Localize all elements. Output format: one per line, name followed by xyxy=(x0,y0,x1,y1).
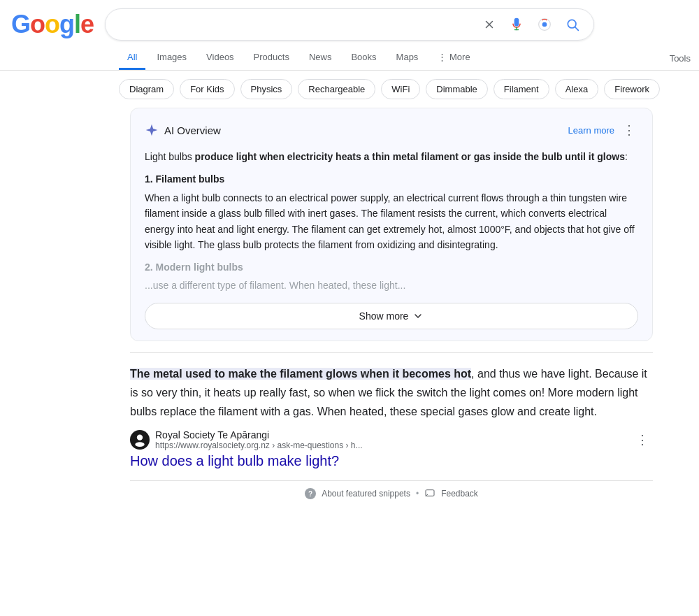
header: Google how do light bulbs work xyxy=(0,0,699,41)
learn-more-link[interactable]: Learn more xyxy=(568,125,614,136)
ai-section2-body: ...use a different type of filament. Whe… xyxy=(145,278,638,293)
ai-section2-title: 2. Modern light bulbs xyxy=(145,259,638,275)
tab-videos[interactable]: Videos xyxy=(198,46,243,70)
result-link[interactable]: How does a light bulb make light? xyxy=(130,453,339,468)
chevron-down-icon xyxy=(412,310,424,322)
about-snippets-link[interactable]: About featured snippets xyxy=(322,489,410,499)
main-content: AI Overview Learn more ⋮ Light bulbs pro… xyxy=(119,108,664,506)
help-icon: ? xyxy=(305,488,316,499)
chip-rechargeable[interactable]: Rechargeable xyxy=(298,79,375,99)
svg-line-5 xyxy=(575,27,579,31)
source-favicon xyxy=(130,430,150,450)
search-icons xyxy=(480,15,582,34)
source-url: https://www.royalsociety.org.nz › ask-me… xyxy=(155,440,626,450)
svg-marker-6 xyxy=(146,124,158,136)
google-logo: Google xyxy=(11,10,94,39)
nav-tabs: All Images Videos Products News Books Ma… xyxy=(0,41,699,71)
ai-section1-title: 1. Filament bulbs xyxy=(145,171,638,187)
ai-intro: Light bulbs produce light when electrici… xyxy=(145,149,638,164)
chip-forkids[interactable]: For Kids xyxy=(180,79,234,99)
tab-more[interactable]: ⋮ More xyxy=(429,46,478,70)
footer-dot: • xyxy=(416,489,419,499)
microphone-icon xyxy=(510,17,524,31)
feedback-link[interactable]: Feedback xyxy=(441,489,478,499)
tab-news[interactable]: News xyxy=(301,46,340,70)
source-info: Royal Society Te Apārangi https://www.ro… xyxy=(155,429,626,450)
ai-spark-icon xyxy=(145,123,159,137)
search-input[interactable]: how do light bulbs work xyxy=(117,18,475,31)
clear-button[interactable] xyxy=(480,15,498,34)
chip-diagram[interactable]: Diagram xyxy=(119,79,174,99)
voice-search-button[interactable] xyxy=(507,15,526,34)
ai-section1-body: When a light bulb connects to an electri… xyxy=(145,190,638,253)
ai-intro-bold: produce light when electricity heats a t… xyxy=(195,151,625,162)
source-more-button[interactable]: ⋮ xyxy=(632,431,653,449)
ai-intro-text: Light bulbs xyxy=(145,151,195,162)
tab-products[interactable]: Products xyxy=(245,46,298,70)
result-highlight: The metal used to make the filament glow… xyxy=(130,368,471,380)
ai-overview-right: Learn more ⋮ xyxy=(568,120,638,141)
search-icon xyxy=(565,17,579,31)
svg-point-3 xyxy=(542,22,547,27)
search-bar: how do light bulbs work xyxy=(105,8,594,41)
result-text: The metal used to make the filament glow… xyxy=(130,364,653,422)
show-more-label: Show more xyxy=(359,310,409,322)
chip-dimmable[interactable]: Dimmable xyxy=(426,79,488,99)
feedback-icon xyxy=(424,488,435,499)
footer-strip: ? About featured snippets • Feedback xyxy=(130,480,653,506)
ai-overview-left: AI Overview xyxy=(145,123,221,137)
source-name: Royal Society Te Apārangi xyxy=(155,429,626,440)
tab-all[interactable]: All xyxy=(119,46,145,70)
ai-body: Light bulbs produce light when electrici… xyxy=(145,149,638,293)
clear-icon xyxy=(483,18,496,31)
show-more-button[interactable]: Show more xyxy=(145,303,638,329)
search-result: The metal used to make the filament glow… xyxy=(130,364,653,470)
camera-icon xyxy=(538,17,552,31)
chip-physics[interactable]: Physics xyxy=(240,79,293,99)
section-divider xyxy=(130,352,653,353)
svg-point-8 xyxy=(135,443,144,447)
tools-tab[interactable]: Tools xyxy=(661,48,699,69)
ai-overview-title: AI Overview xyxy=(164,124,221,136)
ai-overview-card: AI Overview Learn more ⋮ Light bulbs pro… xyxy=(130,108,653,341)
source-row: Royal Society Te Apārangi https://www.ro… xyxy=(130,429,653,450)
chip-firework[interactable]: Firework xyxy=(604,79,660,99)
ai-intro-colon: : xyxy=(625,151,628,162)
tab-books[interactable]: Books xyxy=(343,46,384,70)
tab-maps[interactable]: Maps xyxy=(388,46,427,70)
ai-more-button[interactable]: ⋮ xyxy=(620,120,638,141)
tab-images[interactable]: Images xyxy=(148,46,195,70)
filter-chips: Diagram For Kids Physics Rechargeable Wi… xyxy=(0,71,699,108)
lens-button[interactable] xyxy=(535,15,554,34)
search-button[interactable] xyxy=(563,15,582,34)
chip-alexa[interactable]: Alexa xyxy=(555,79,599,99)
chip-wifi[interactable]: WiFi xyxy=(381,79,420,99)
ai-overview-header: AI Overview Learn more ⋮ xyxy=(145,120,638,141)
chip-filament[interactable]: Filament xyxy=(493,79,549,99)
svg-point-7 xyxy=(137,435,143,440)
